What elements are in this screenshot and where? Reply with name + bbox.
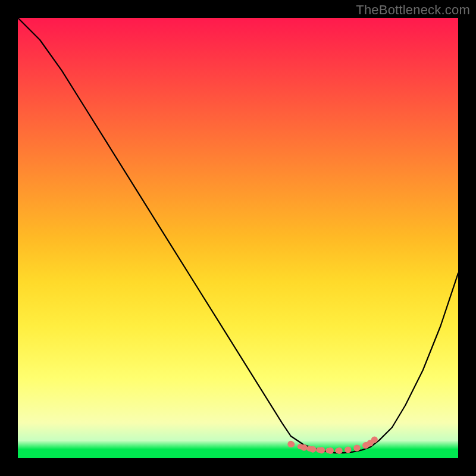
curve-layer [18, 18, 458, 458]
optimal-point [336, 447, 343, 454]
watermark-text: TheBottleneck.com [356, 2, 470, 18]
optimal-point [318, 447, 325, 453]
optimal-range-markers [287, 436, 378, 454]
chart-frame: TheBottleneck.com [0, 0, 476, 476]
optimal-point [371, 436, 378, 443]
optimal-point [353, 445, 360, 452]
optimal-point [327, 447, 334, 454]
optimal-point [287, 441, 294, 447]
optimal-point [301, 444, 308, 451]
optimal-point [345, 446, 352, 453]
plot-area [18, 18, 458, 458]
optimal-point [309, 446, 316, 453]
bottleneck-curve [18, 18, 458, 453]
